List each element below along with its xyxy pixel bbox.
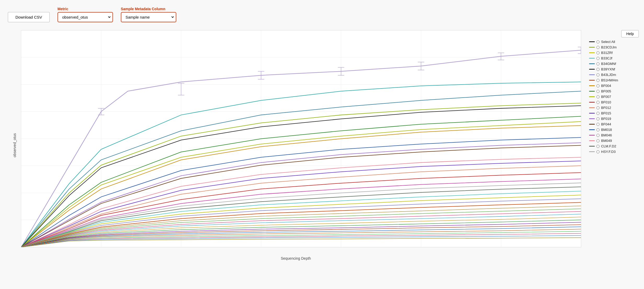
- legend-label: BF019: [601, 117, 611, 121]
- legend-circle: [596, 123, 600, 126]
- legend-item[interactable]: B23CDJm: [589, 45, 639, 50]
- sample-metadata-select[interactable]: Sample name Group Treatment Time: [122, 13, 175, 21]
- legend-color-bar: [589, 96, 595, 97]
- legend-circle: [596, 73, 600, 76]
- legend-label: B31ZRf: [601, 51, 613, 55]
- legend-color-bar: [589, 146, 595, 147]
- legend-circle: [596, 145, 600, 148]
- legend-circle: [596, 68, 600, 71]
- legend-color-bar: [589, 129, 595, 130]
- legend-label: B43LJDm: [601, 73, 616, 77]
- legend-color-bar: [589, 63, 595, 64]
- legend-color-bar: [589, 85, 595, 86]
- legend-color-bar: [589, 140, 595, 141]
- legend-item[interactable]: BM018: [589, 127, 639, 132]
- legend-color-bar: [589, 113, 595, 114]
- legend-label: BF005: [601, 89, 611, 93]
- legend-circle: [596, 134, 600, 137]
- legend-circle: [596, 128, 600, 131]
- help-button[interactable]: Help: [621, 30, 639, 37]
- legend-item[interactable]: BF019: [589, 116, 639, 121]
- legend-circle: [596, 117, 600, 120]
- legend-label: B33CJf: [601, 56, 612, 60]
- legend-circle: [596, 46, 600, 49]
- legend-item[interactable]: BF044: [589, 121, 639, 127]
- legend-label: B39YXNf: [601, 67, 615, 71]
- legend-label: BF010: [601, 100, 611, 104]
- metric-select-wrapper: observed_otus chao1 shannon simpson: [58, 12, 113, 22]
- legend-item[interactable]: BF007: [589, 94, 639, 99]
- legend-color-bar: [589, 102, 595, 103]
- legend-color-bar: [589, 107, 595, 108]
- legend-circle: [596, 101, 600, 104]
- legend-label: BF044: [601, 122, 611, 126]
- legend-item[interactable]: B34GMNf: [589, 61, 639, 66]
- legend-item[interactable]: BF005: [589, 88, 639, 94]
- metric-select[interactable]: observed_otus chao1 shannon simpson: [59, 13, 111, 21]
- legend-color-bar: [589, 58, 595, 59]
- chart-svg: 800 700 600 500 400 300 200 100 0 0 5000…: [21, 30, 581, 247]
- legend-color-bar: [589, 118, 595, 119]
- legend-item[interactable]: BM046: [589, 132, 639, 138]
- legend-item[interactable]: BF004: [589, 83, 639, 88]
- metric-select-group: Metric observed_otus chao1 shannon simps…: [58, 7, 113, 22]
- legend-color-bar: [589, 69, 595, 70]
- legend-item[interactable]: B51HWHm: [589, 77, 639, 83]
- chart-inner: 800 700 600 500 400 300 200 100 0 0 5000…: [21, 30, 581, 247]
- legend-item[interactable]: B31ZRf: [589, 50, 639, 55]
- chart-area: observed_otus: [5, 27, 586, 263]
- download-csv-button[interactable]: Download CSV: [8, 12, 50, 22]
- legend-color-bar: [589, 41, 595, 42]
- legend-item[interactable]: B39YXNf: [589, 66, 639, 72]
- legend-label: B34GMNf: [601, 62, 616, 66]
- legend-item[interactable]: CLM.F.D2: [589, 143, 639, 149]
- sample-metadata-label: Sample Metadata Column: [121, 7, 176, 11]
- legend-label: CLM.F.D2: [601, 144, 616, 148]
- sample-metadata-select-group: Sample Metadata Column Sample name Group…: [121, 7, 176, 22]
- legend-circle: [596, 95, 600, 98]
- legend-label: BM049: [601, 139, 612, 143]
- legend-color-bar: [589, 74, 595, 75]
- legend-color-bar: [589, 91, 595, 92]
- legend-label: BF004: [601, 84, 611, 88]
- x-axis-label: Sequencing Depth: [281, 256, 311, 260]
- legend-circle: [596, 40, 600, 43]
- legend-color-bar: [589, 80, 595, 81]
- legend-circle: [596, 90, 600, 93]
- legend-color-bar: [589, 151, 595, 152]
- legend-item[interactable]: B43LJDm: [589, 72, 639, 77]
- legend-item[interactable]: B33CJf: [589, 55, 639, 61]
- legend-circle: [596, 106, 600, 109]
- sample-metadata-select-wrapper: Sample name Group Treatment Time: [121, 12, 176, 22]
- legend-circle: [596, 62, 600, 65]
- legend-label: BM046: [601, 133, 612, 137]
- legend-circle: [596, 57, 600, 60]
- legend-item[interactable]: Select All: [589, 39, 639, 45]
- legend-color-bar: [589, 135, 595, 136]
- legend-circle: [596, 51, 600, 54]
- legend-panel: Help Select AllB23CDJmB31ZRfB33CJfB34GMN…: [586, 27, 639, 271]
- legend-color-bar: [589, 124, 595, 125]
- legend-color-bar: [589, 52, 595, 53]
- legend-circle: [596, 139, 600, 142]
- legend-item[interactable]: BM049: [589, 138, 639, 143]
- legend-label: BF007: [601, 95, 611, 99]
- legend-label: BF015: [601, 111, 611, 115]
- legend-item[interactable]: BF010: [589, 99, 639, 105]
- legend-circle: [596, 150, 600, 153]
- legend-label: HSY.F.D3: [601, 150, 615, 154]
- y-axis-label: observed_otus: [13, 133, 17, 157]
- legend-label: B51HWHm: [601, 78, 618, 82]
- legend-circle: [596, 112, 600, 115]
- legend-label: BM018: [601, 128, 612, 132]
- legend-circle: [596, 84, 600, 87]
- legend-item[interactable]: BF012: [589, 105, 639, 110]
- legend-label: B23CDJm: [601, 45, 617, 49]
- legend-item[interactable]: HSY.F.D3: [589, 149, 639, 154]
- metric-label: Metric: [58, 7, 113, 11]
- legend-label: BF012: [601, 106, 611, 110]
- legend-color-bar: [589, 47, 595, 48]
- legend-item[interactable]: BF015: [589, 110, 639, 116]
- legend-circle: [596, 79, 600, 82]
- legend-label: Select All: [601, 40, 615, 44]
